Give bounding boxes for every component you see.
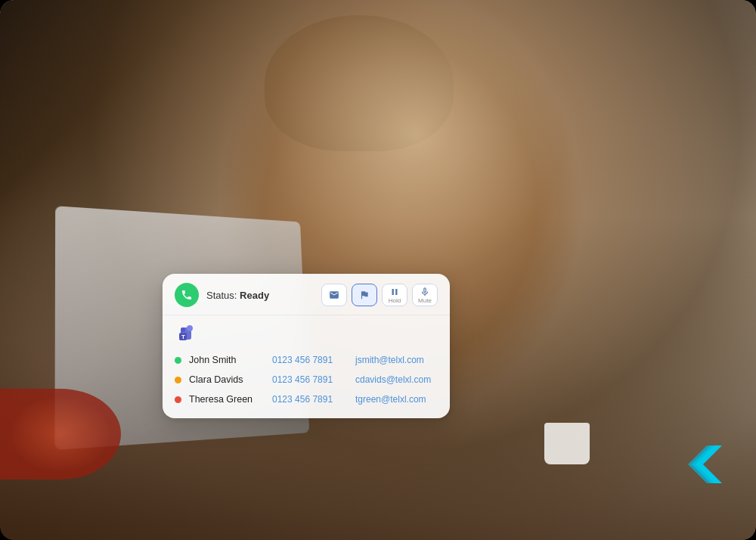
- telnyx-chevron-icon: [673, 434, 733, 495]
- phone-icon: [181, 289, 193, 301]
- contact-phone[interactable]: 0123 456 7891: [272, 355, 348, 365]
- contact-email[interactable]: tgreen@telxl.com: [355, 394, 426, 405]
- teams-icon: T: [175, 323, 197, 344]
- brand-logo: [673, 434, 733, 495]
- chair: [0, 389, 121, 479]
- header-controls: Hold Mute: [321, 284, 438, 306]
- contact-list: John Smith 0123 456 7891 jsmith@telxl.co…: [163, 349, 450, 418]
- coffee-cup: [544, 423, 590, 464]
- pause-icon: [389, 287, 400, 297]
- status-dot-green: [175, 357, 181, 364]
- widget-card: Status: Ready: [163, 274, 450, 418]
- teams-row: T: [163, 315, 450, 349]
- flag-button[interactable]: [352, 284, 377, 306]
- contact-row[interactable]: Clara Davids 0123 456 7891 cdavids@telxl…: [163, 370, 450, 389]
- hold-button[interactable]: Hold: [382, 284, 407, 306]
- contact-phone[interactable]: 0123 456 7891: [272, 374, 348, 385]
- status-text: Status: Ready: [206, 290, 269, 301]
- mute-label: Mute: [418, 298, 432, 304]
- phone-status-icon: [175, 283, 199, 307]
- status-value: Ready: [240, 290, 269, 301]
- mic-icon: [420, 287, 430, 297]
- contact-row[interactable]: Theresa Green 0123 456 7891 tgreen@telxl…: [163, 389, 450, 409]
- mute-button[interactable]: Mute: [412, 284, 438, 306]
- status-dot-yellow: [175, 377, 181, 383]
- svg-point-1: [187, 325, 193, 331]
- contact-email[interactable]: cdavids@telxl.com: [355, 374, 431, 385]
- contact-name: John Smith: [189, 355, 265, 365]
- flag-icon: [359, 290, 370, 300]
- status-label: Status:: [206, 290, 237, 301]
- scene: Status: Ready: [0, 0, 756, 540]
- contact-phone[interactable]: 0123 456 7891: [272, 394, 348, 405]
- contact-name: Theresa Green: [189, 394, 265, 405]
- email-button[interactable]: [321, 284, 347, 306]
- contact-row[interactable]: John Smith 0123 456 7891 jsmith@telxl.co…: [163, 350, 450, 370]
- header-left: Status: Ready: [175, 283, 269, 307]
- svg-text:T: T: [181, 334, 185, 340]
- status-dot-red: [175, 396, 181, 403]
- contact-name: Clara Davids: [189, 374, 265, 385]
- hold-label: Hold: [389, 298, 401, 304]
- svg-point-2: [181, 327, 185, 332]
- widget-header: Status: Ready: [163, 274, 450, 315]
- contact-email[interactable]: jsmith@telxl.com: [355, 355, 424, 365]
- email-icon: [329, 290, 339, 300]
